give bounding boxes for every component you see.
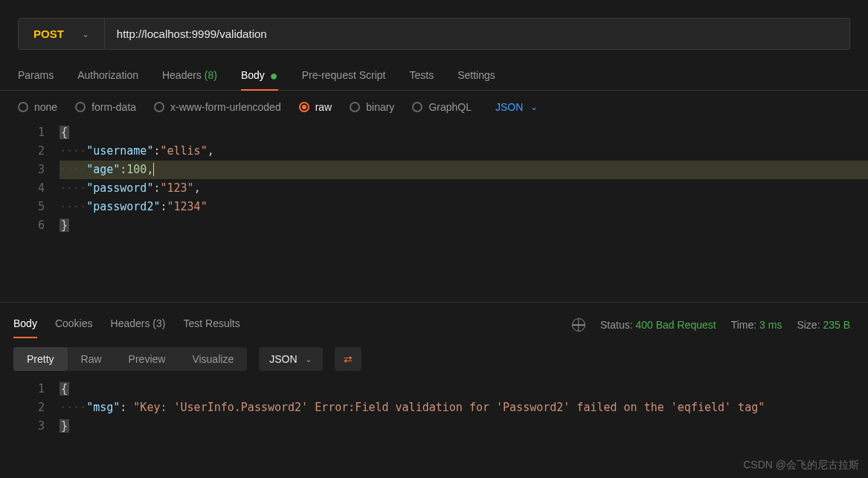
unsaved-dot-icon: ●: [266, 68, 278, 83]
radio-icon: [412, 102, 422, 112]
view-raw[interactable]: Raw: [68, 347, 115, 371]
size-label: Size: 235 B: [797, 319, 850, 331]
response-tab-body[interactable]: Body: [13, 311, 37, 338]
url-input[interactable]: [105, 18, 850, 50]
tab-prerequest-script[interactable]: Pre-request Script: [302, 62, 386, 90]
line-gutter: 1 2 3: [0, 380, 60, 436]
tab-settings[interactable]: Settings: [457, 62, 495, 90]
request-body-editor[interactable]: 1 2 3 4 5 6 { ····"username":"ellis", ··…: [0, 123, 868, 235]
radio-icon: [299, 102, 309, 112]
chevron-down-icon: ⌄: [530, 102, 538, 112]
chevron-down-icon: ⌄: [305, 354, 312, 364]
view-visualize[interactable]: Visualize: [179, 347, 247, 371]
time-label: Time: 3 ms: [731, 319, 782, 331]
response-tabs: Body Cookies Headers (3) Test Results: [13, 311, 240, 338]
code-content: { ····"msg": "Key: 'UserInfo.Password2' …: [60, 380, 868, 436]
view-mode-group: Pretty Raw Preview Visualize: [13, 347, 247, 371]
tab-authorization[interactable]: Authorization: [77, 62, 138, 90]
tab-params[interactable]: Params: [18, 62, 54, 90]
language-select[interactable]: JSON ⌄: [495, 101, 538, 113]
body-type-raw[interactable]: raw: [299, 101, 332, 113]
response-meta: Status: 400 Bad Request Time: 3 ms Size:…: [572, 318, 850, 332]
body-type-urlencoded[interactable]: x-www-form-urlencoded: [154, 101, 281, 113]
tab-body[interactable]: Body ●: [241, 62, 278, 90]
response-tab-headers[interactable]: Headers (3): [111, 311, 166, 338]
response-tab-cookies[interactable]: Cookies: [55, 311, 93, 338]
radio-icon: [350, 102, 360, 112]
code-content: { ····"username":"ellis", ····"age":100,…: [60, 123, 868, 235]
line-gutter: 1 2 3 4 5 6: [0, 123, 60, 235]
watermark: CSDN @会飞的尼古拉斯: [743, 459, 859, 472]
method-select[interactable]: POST ⌄: [18, 18, 105, 50]
method-label: POST: [33, 28, 64, 40]
view-preview[interactable]: Preview: [115, 347, 179, 371]
response-tab-test-results[interactable]: Test Results: [183, 311, 239, 338]
radio-icon: [75, 102, 86, 112]
body-type-none[interactable]: none: [18, 101, 57, 113]
body-type-form-data[interactable]: form-data: [75, 101, 136, 113]
view-pretty[interactable]: Pretty: [13, 347, 68, 371]
body-type-graphql[interactable]: GraphQL: [412, 101, 472, 113]
response-format-select[interactable]: JSON ⌄: [259, 347, 322, 371]
response-body-editor[interactable]: 1 2 3 { ····"msg": "Key: 'UserInfo.Passw…: [0, 380, 868, 436]
radio-icon: [18, 102, 28, 112]
body-type-binary[interactable]: binary: [350, 101, 394, 113]
tab-headers[interactable]: Headers (8): [162, 62, 217, 90]
body-type-selector: none form-data x-www-form-urlencoded raw…: [0, 91, 868, 123]
wrap-lines-button[interactable]: ⇄: [335, 347, 361, 371]
request-tabs: Params Authorization Headers (8) Body ● …: [0, 62, 868, 91]
radio-icon: [154, 102, 164, 112]
globe-icon[interactable]: [572, 318, 585, 332]
chevron-down-icon: ⌄: [82, 29, 89, 39]
tab-tests[interactable]: Tests: [410, 62, 434, 90]
status-label: Status: 400 Bad Request: [600, 319, 716, 331]
